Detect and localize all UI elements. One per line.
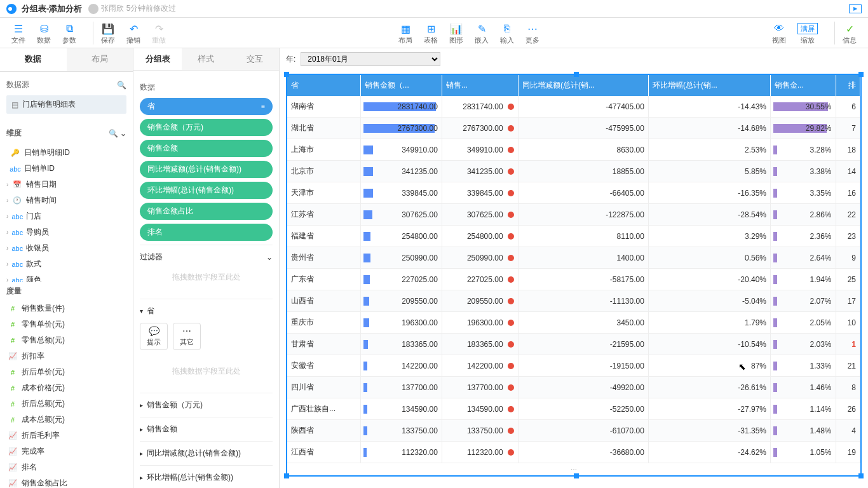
measure-pill[interactable]: 同比增减额(总计(销售金额)) bbox=[140, 161, 273, 178]
view-button[interactable]: 👁视图 bbox=[767, 22, 791, 46]
year-select[interactable]: 2018年01月 bbox=[301, 52, 440, 66]
redo-button[interactable]: ↷重做 bbox=[147, 22, 171, 46]
column-header[interactable]: 销售... bbox=[442, 75, 518, 96]
measure-pill[interactable]: 环比增幅(总计(销售金额)) bbox=[140, 182, 273, 199]
resize-handle[interactable] bbox=[284, 473, 289, 478]
column-header[interactable]: 环比增幅(总计(销... bbox=[648, 75, 770, 96]
params-button[interactable]: ⧉参数 bbox=[57, 22, 81, 46]
search-icon[interactable]: 🔍 bbox=[117, 81, 126, 90]
expand-icon: › bbox=[6, 213, 8, 220]
other-button[interactable]: ⋯其它 bbox=[173, 323, 201, 350]
play-icon[interactable]: ▶ bbox=[849, 4, 862, 13]
measure-pill[interactable]: 销售金额 bbox=[140, 140, 273, 157]
measure-item[interactable]: 📈折扣率 bbox=[0, 348, 133, 364]
table-row[interactable]: 湖南省 2831740.00 2831740.00 -477405.00 -14… bbox=[287, 96, 860, 118]
table-row[interactable]: 贵州省 250990.00 250990.00 1400.00 0.56% 2.… bbox=[287, 247, 860, 269]
measure-item[interactable]: #销售数量(件) bbox=[0, 301, 133, 316]
table-row[interactable]: 甘肃省 183365.00 183365.00 -21595.00 -10.54… bbox=[287, 334, 860, 355]
table-row[interactable]: 江苏省 307625.00 307625.00 -122875.00 -28.5… bbox=[287, 204, 860, 226]
input-button[interactable]: ⎘输入 bbox=[495, 22, 519, 46]
table-row[interactable]: 江西省 112320.00 112320.00 -36680.00 -24.62… bbox=[287, 442, 860, 463]
measure-item[interactable]: 📈折后毛利率 bbox=[0, 428, 133, 444]
chevron-down-icon[interactable]: ⌄ bbox=[120, 129, 126, 138]
filter-dropzone[interactable]: 拖拽数据字段至此处 bbox=[140, 262, 273, 292]
resize-handle[interactable] bbox=[284, 72, 289, 77]
table-row[interactable]: 福建省 254800.00 254800.00 8110.00 3.29% 2.… bbox=[287, 226, 860, 247]
table-row[interactable]: 广东省 227025.00 227025.00 -58175.00 -20.40… bbox=[287, 269, 860, 290]
canvas[interactable]: 年: 2018年01月 省销售金额（...销售...同比增减额(总计(销...环… bbox=[280, 48, 868, 488]
file-button[interactable]: ☰文件 bbox=[6, 22, 31, 46]
measure-item[interactable]: 📈排名 bbox=[0, 459, 133, 475]
collapse-header[interactable]: ▸销售金额（万元) bbox=[140, 400, 273, 410]
collapse-header[interactable]: ▸同比增减额(总计(销售金额)) bbox=[140, 448, 273, 459]
province-section[interactable]: ▾ 省 bbox=[140, 306, 273, 316]
save-button[interactable]: 💾保存 bbox=[96, 22, 120, 46]
arrow-right-icon: ▸ bbox=[140, 426, 143, 433]
tab-grouptable[interactable]: 分组表 bbox=[133, 48, 182, 70]
measure-item[interactable]: 📈销售金额占比 bbox=[0, 475, 133, 488]
resize-handle[interactable] bbox=[858, 72, 864, 77]
dimension-item[interactable]: ›abc门店 bbox=[0, 208, 133, 224]
data-button[interactable]: ⛁数据 bbox=[32, 22, 56, 46]
table-row[interactable]: 四川省 137700.00 137700.00 -49920.00 -26.61… bbox=[287, 377, 860, 398]
measure-item[interactable]: #成本价格(元) bbox=[0, 380, 133, 396]
province-dropzone[interactable]: 拖拽数据字段至此处 bbox=[140, 356, 273, 386]
embed-button[interactable]: ✎嵌入 bbox=[470, 22, 494, 46]
dimension-item[interactable]: ›abc导购员 bbox=[0, 224, 133, 240]
tab-layout[interactable]: 布局 bbox=[67, 48, 133, 71]
fullscreen-button[interactable]: 满屏缩放 bbox=[792, 22, 823, 46]
table-row[interactable]: 北京市 341235.00 341235.00 18855.00 5.85% 3… bbox=[287, 161, 860, 182]
measure-item[interactable]: 📈完成率 bbox=[0, 444, 133, 459]
info-button[interactable]: ✓信息 bbox=[837, 22, 862, 46]
search-icon[interactable]: 🔍 bbox=[109, 129, 118, 138]
column-header[interactable]: 排 bbox=[836, 75, 860, 96]
table-row[interactable]: 陕西省 133750.00 133750.00 -61070.00 -31.35… bbox=[287, 420, 860, 442]
filter-section[interactable]: 过滤器 ⌄ bbox=[140, 252, 273, 262]
hint-button[interactable]: 💬提示 bbox=[140, 323, 168, 350]
table-row[interactable]: 安徽省 142200.00 142200.00 -19150.00 ⬉87% 1… bbox=[287, 355, 860, 377]
table-row[interactable]: 湖北省 2767300.00 2767300.00 -475995.00 -14… bbox=[287, 118, 860, 139]
dimension-item[interactable]: ›abc款式 bbox=[0, 256, 133, 272]
undo-button[interactable]: ↶撤销 bbox=[121, 22, 146, 46]
dimension-item[interactable]: ›🕐销售时间 bbox=[0, 193, 133, 208]
dimension-item[interactable]: ›abc颜色 bbox=[0, 272, 133, 282]
table-row[interactable]: 广西壮族自... 134590.00 134590.00 -52250.00 -… bbox=[287, 398, 860, 420]
layout-button[interactable]: ▦布局 bbox=[393, 22, 417, 46]
abc-icon: abc bbox=[11, 229, 24, 236]
table-row[interactable]: 重庆市 196300.00 196300.00 3450.00 1.79% 2.… bbox=[287, 312, 860, 334]
column-header[interactable]: 同比增减额(总计(销... bbox=[518, 75, 648, 96]
dimension-item[interactable]: ›abc收银员 bbox=[0, 240, 133, 256]
more-button[interactable]: ⋯更多 bbox=[520, 22, 545, 46]
table-row[interactable]: 天津市 339845.00 339845.00 -66405.00 -16.35… bbox=[287, 182, 860, 204]
dimension-item[interactable]: abc日销单ID bbox=[0, 161, 133, 177]
column-header[interactable]: 销售金... bbox=[771, 75, 836, 96]
measure-pill[interactable]: 销售金额（万元) bbox=[140, 119, 273, 136]
table-row[interactable]: 上海市 349910.00 349910.00 8630.00 2.53% 3.… bbox=[287, 139, 860, 161]
measure-pill[interactable]: 销售金额占比 bbox=[140, 203, 273, 220]
table-row[interactable]: 山西省 209550.00 209550.00 -11130.00 -5.04%… bbox=[287, 290, 860, 312]
resize-handle[interactable] bbox=[858, 473, 864, 478]
group-table[interactable]: 省销售金额（...销售...同比增减额(总计(销...环比增幅(总计(销...销… bbox=[286, 74, 862, 477]
table-button[interactable]: ⊞表格 bbox=[419, 22, 443, 46]
collapse-header[interactable]: ▸环比增幅(总计(销售金额)) bbox=[140, 472, 273, 483]
dimension-item[interactable]: 🔑日销单明细ID bbox=[0, 145, 133, 161]
abc-icon: abc bbox=[9, 165, 22, 173]
measure-item[interactable]: #折后单价(元) bbox=[0, 364, 133, 380]
pill-province[interactable]: 省≡ bbox=[140, 98, 273, 115]
datasource-item[interactable]: ▤ 门店销售明细表 bbox=[6, 95, 126, 114]
column-header[interactable]: 销售金额（... bbox=[360, 75, 442, 96]
column-header[interactable]: 省 bbox=[287, 75, 360, 96]
chart-button[interactable]: 📊图形 bbox=[444, 22, 468, 46]
tab-style[interactable]: 样式 bbox=[182, 48, 230, 70]
measure-item[interactable]: #零售单价(元) bbox=[0, 316, 133, 332]
measure-item[interactable]: #零售总额(元) bbox=[0, 332, 133, 348]
tab-data[interactable]: 数据 bbox=[0, 48, 67, 71]
measure-item[interactable]: #成本总额(元) bbox=[0, 412, 133, 428]
measure-pill[interactable]: 排名 bbox=[140, 224, 273, 241]
measure-item[interactable]: #折后总额(元) bbox=[0, 396, 133, 412]
resize-handle[interactable] bbox=[574, 473, 579, 478]
dimension-item[interactable]: ›📅销售日期 bbox=[0, 177, 133, 193]
tab-interaction[interactable]: 交互 bbox=[231, 48, 279, 70]
resize-handle[interactable] bbox=[574, 72, 579, 77]
collapse-header[interactable]: ▸销售金额 bbox=[140, 424, 273, 435]
